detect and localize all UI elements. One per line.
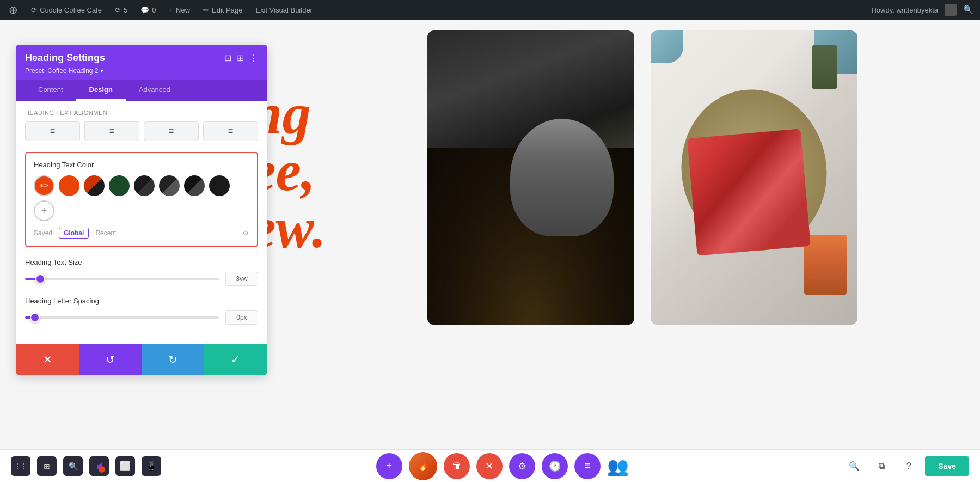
- panel-header-icons: ⊡ ⊞ ⋮: [224, 53, 258, 63]
- site-name-link[interactable]: ⟳ Cuddle Coffee Cafe: [29, 6, 104, 14]
- alignment-title: Heading Text Alignment: [25, 109, 258, 116]
- avatar[interactable]: [945, 4, 957, 16]
- toolbar-grid-icon[interactable]: ⊞: [37, 456, 57, 476]
- add-element-button[interactable]: +: [376, 453, 402, 479]
- color-section-title: Heading Text Color: [34, 161, 249, 169]
- howdy-text: Howdy, writtenbyekta: [871, 6, 938, 14]
- comment-count[interactable]: 💬 0: [138, 6, 158, 14]
- toolbar-monitor-icon[interactable]: 🖥: [89, 456, 109, 476]
- swatch-orange[interactable]: [59, 175, 79, 196]
- swatch-add[interactable]: +: [34, 200, 54, 221]
- eyedropper-icon: ✏: [40, 180, 48, 192]
- update-count[interactable]: ⟳ 5: [113, 6, 130, 14]
- update-icon: ⟳: [115, 6, 121, 14]
- divi-logo-button[interactable]: 🔥: [409, 452, 437, 480]
- alignment-row: ≡ ≡ ≡ ≡: [25, 121, 258, 141]
- color-tab-recent[interactable]: Recent: [95, 229, 116, 237]
- letter-spacing-thumb[interactable]: [30, 313, 40, 322]
- portability-icon[interactable]: 👥: [607, 456, 629, 477]
- save-check-button[interactable]: ✓: [204, 344, 267, 375]
- align-center-btn[interactable]: ≡: [84, 121, 139, 141]
- delete-button[interactable]: 🗑: [444, 453, 470, 479]
- panel-body: Heading Text Alignment ≡ ≡ ≡ ≡ Heading T…: [16, 101, 267, 344]
- new-label: New: [176, 6, 190, 14]
- tab-advanced[interactable]: Advanced: [126, 80, 183, 101]
- color-section: Heading Text Color ✏ +: [25, 152, 258, 247]
- swatch-dark-orange[interactable]: [84, 175, 105, 196]
- wp-logo[interactable]: ⊕: [7, 3, 20, 16]
- coffee-image-content: [427, 30, 634, 325]
- panel-actions: ✕ ↺ ↻ ✓: [16, 344, 267, 375]
- align-right-btn[interactable]: ≡: [144, 121, 199, 141]
- monitor-dot: [99, 466, 105, 473]
- columns-icon[interactable]: ⊞: [237, 53, 244, 63]
- toolbar-search-icon[interactable]: 🔍: [63, 456, 83, 476]
- color-swatches: ✏ +: [34, 175, 249, 221]
- letter-spacing-value[interactable]: 0px: [225, 310, 258, 325]
- text-size-label: Heading Text Size: [25, 258, 258, 266]
- color-tab-global[interactable]: Global: [59, 228, 89, 239]
- settings-panel: Heading Settings ⊡ ⊞ ⋮ Preset: Coffee He…: [16, 45, 267, 375]
- letter-spacing-row: 0px: [25, 310, 258, 325]
- toast-image: [651, 30, 857, 325]
- swatch-black2[interactable]: [159, 175, 180, 196]
- align-justify-btn[interactable]: ≡: [203, 121, 258, 141]
- search-btn[interactable]: 🔍: [843, 455, 865, 477]
- search-icon[interactable]: 🔍: [963, 5, 973, 15]
- comment-number: 0: [152, 6, 156, 14]
- toolbar-tablet-icon[interactable]: ⬜: [115, 456, 135, 476]
- fullscreen-icon[interactable]: ⊡: [224, 53, 231, 63]
- toolbar-left-icons: ⋮⋮ ⊞ 🔍 🖥 ⬜ 📱: [11, 456, 161, 476]
- color-picker-btn[interactable]: ✏: [34, 175, 54, 196]
- divi-icon: 🔥: [418, 462, 427, 471]
- coffee-image: [427, 30, 634, 325]
- align-left-btn[interactable]: ≡: [25, 121, 80, 141]
- layers-btn[interactable]: ⧉: [871, 455, 892, 477]
- admin-bar-right: Howdy, writtenbyekta 🔍: [871, 4, 973, 16]
- redo-button[interactable]: ↻: [142, 344, 204, 375]
- edit-page-label: Edit Page: [212, 6, 242, 14]
- more-icon[interactable]: ⋮: [249, 53, 258, 63]
- panel-preset[interactable]: Preset: Coffee Heading 2 ▾: [25, 67, 258, 75]
- text-size-thumb[interactable]: [35, 274, 45, 284]
- swatch-black4[interactable]: [209, 175, 230, 196]
- toolbar-menu-icon[interactable]: ⋮⋮: [11, 456, 30, 476]
- wireframe-button[interactable]: ≡: [574, 453, 601, 479]
- edit-page-button[interactable]: ✏ Edit Page: [201, 6, 244, 14]
- main-area: ng ee, ew. Heading Settings: [0, 20, 980, 482]
- letter-spacing-track[interactable]: [25, 316, 219, 319]
- save-button[interactable]: Save: [925, 456, 969, 476]
- text-size-row: 3vw: [25, 272, 258, 286]
- color-settings-icon[interactable]: ⚙: [242, 229, 249, 237]
- panel-header: Heading Settings ⊡ ⊞ ⋮ Preset: Coffee He…: [16, 45, 267, 80]
- settings-button[interactable]: ⚙: [509, 453, 535, 479]
- site-name-icon: ⟳: [31, 6, 37, 14]
- bottom-toolbar: ⋮⋮ ⊞ 🔍 🖥 ⬜ 📱 + 🔥 🗑 ✕ ⚙ 🕐 ≡ 👥: [0, 449, 980, 482]
- admin-bar: ⊕ ⟳ Cuddle Coffee Cafe ⟳ 5 💬 0 + New ✏ E…: [0, 0, 980, 20]
- letter-spacing-label: Heading Letter Spacing: [25, 297, 258, 305]
- help-btn[interactable]: ?: [898, 455, 920, 477]
- site-name-text: Cuddle Coffee Cafe: [40, 6, 102, 14]
- plus-icon: +: [169, 6, 173, 14]
- swatch-black1[interactable]: [134, 175, 155, 196]
- toolbar-center: + 🔥 🗑 ✕ ⚙ 🕐 ≡ 👥: [167, 452, 838, 480]
- cancel-button[interactable]: ✕: [16, 344, 79, 375]
- close-button[interactable]: ✕: [476, 453, 503, 479]
- update-number: 5: [124, 6, 127, 14]
- toolbar-mobile-icon[interactable]: 📱: [142, 456, 161, 476]
- color-tab-saved[interactable]: Saved: [34, 229, 52, 237]
- monitor-wrapper: 🖥: [95, 461, 103, 471]
- exit-builder-button[interactable]: Exit Visual Builder: [253, 6, 315, 14]
- text-size-value[interactable]: 3vw: [225, 272, 258, 286]
- new-button[interactable]: + New: [167, 6, 192, 14]
- panel-tabs: Content Design Advanced: [16, 80, 267, 101]
- reset-button[interactable]: ↺: [79, 344, 142, 375]
- tab-design[interactable]: Design: [76, 80, 126, 101]
- exit-builder-label: Exit Visual Builder: [255, 6, 313, 14]
- history-button[interactable]: 🕐: [542, 453, 568, 479]
- tab-content[interactable]: Content: [25, 80, 76, 101]
- panel-title: Heading Settings: [25, 52, 105, 64]
- text-size-track[interactable]: [25, 278, 219, 280]
- swatch-dark3[interactable]: [184, 175, 205, 196]
- swatch-dark-green[interactable]: [109, 175, 130, 196]
